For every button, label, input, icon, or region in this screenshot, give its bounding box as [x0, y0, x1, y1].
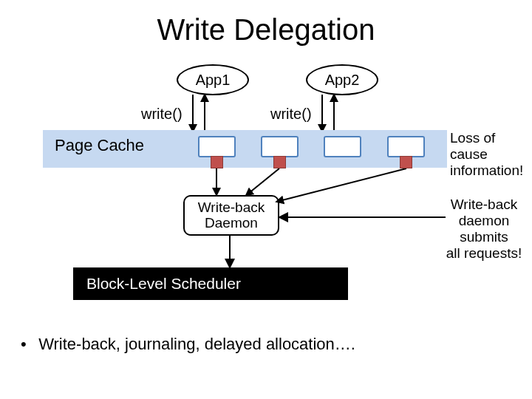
write2-label: write()	[270, 106, 312, 123]
slide-title: Write Delegation	[0, 13, 532, 47]
svg-line-6	[279, 168, 406, 201]
loss-note-line1: Loss of cause	[450, 130, 495, 162]
wbdaemon-line1: Write-back	[198, 200, 265, 215]
arrow-app2-down	[317, 95, 327, 133]
arrow-app1-up	[200, 95, 210, 133]
writeback-daemon-node: Write-back Daemon	[183, 195, 279, 236]
app1-node: App1	[177, 64, 249, 95]
cache-block-1	[198, 136, 236, 157]
bullet-dot-icon: •	[21, 335, 34, 354]
submit-note-line1: Write-back	[451, 197, 517, 212]
app2-node: App2	[306, 64, 378, 95]
submit-note-line2: daemon submits	[459, 213, 510, 245]
dirty-marker-1	[211, 156, 223, 168]
loss-note: Loss of cause information!	[450, 130, 532, 179]
arrow-note-to-daemon	[279, 211, 449, 223]
slide: Write Delegation App1 App2 write() write…	[0, 0, 532, 399]
page-cache-label: Page Cache	[55, 136, 144, 155]
arrow-daemon-to-scheduler	[224, 236, 236, 270]
cache-block-2	[261, 136, 299, 157]
arrow-cache4-to-daemon	[275, 168, 415, 205]
arrow-app2-up	[329, 95, 339, 133]
cache-block-3	[324, 136, 361, 157]
write1-label: write()	[141, 106, 183, 123]
dirty-marker-2	[273, 156, 286, 168]
submit-note-line3: all requests!	[446, 245, 522, 261]
dirty-marker-3	[400, 156, 412, 168]
block-level-scheduler: Block-Level Scheduler	[73, 267, 348, 300]
arrow-app1-down	[188, 95, 198, 133]
bullet-line: • Write-back, journaling, delayed alloca…	[21, 335, 355, 354]
arrow-cache1-to-daemon	[211, 168, 225, 198]
loss-note-line2: information!	[450, 163, 523, 178]
bullet-text: Write-back, journaling, delayed allocati…	[38, 335, 355, 353]
cache-block-4	[387, 136, 425, 157]
wbdaemon-line2: Daemon	[205, 215, 258, 231]
submit-note: Write-back daemon submits all requests!	[436, 197, 532, 261]
app2-label: App2	[325, 72, 360, 89]
app1-label: App1	[196, 72, 231, 89]
scheduler-label: Block-Level Scheduler	[86, 275, 241, 293]
